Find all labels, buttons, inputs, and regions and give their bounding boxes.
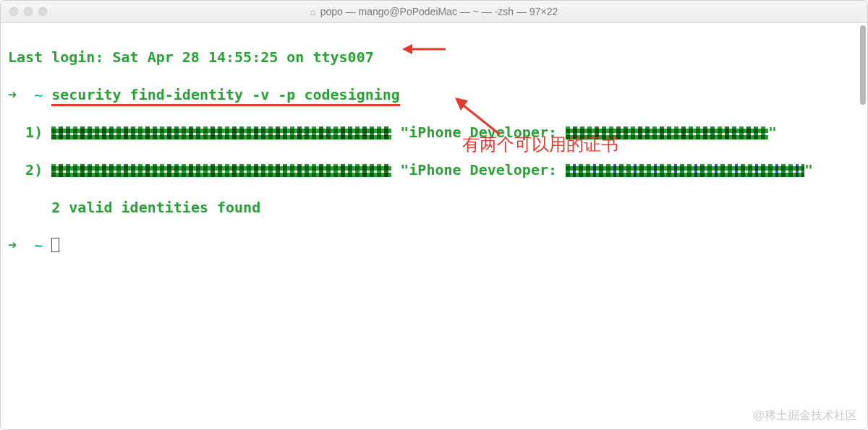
row-label-2: "iPhone Developer: <box>400 161 557 179</box>
watermark: @稀土掘金技术社区 <box>753 408 857 423</box>
row-tail-1: " <box>768 124 777 141</box>
home-icon: ⌂ <box>310 7 316 17</box>
command-text: security find-identity -v -p codesigning <box>51 86 400 106</box>
prompt-arrow-icon: ➜ <box>8 86 17 103</box>
prompt-line-2: ➜ ~ <box>8 236 860 254</box>
prompt-tilde: ~ <box>34 236 43 254</box>
redacted-name-1 <box>566 126 768 139</box>
terminal-window: ⌂ popo — mango@PoPodeiMac — ~ — -zsh — 9… <box>0 0 868 430</box>
redacted-hash-2 <box>51 164 391 177</box>
redacted-name-2 <box>566 164 804 177</box>
result-row-2: 2) "iPhone Developer: " <box>8 160 860 179</box>
terminal-body[interactable]: Last login: Sat Apr 28 14:55:25 on ttys0… <box>1 23 867 292</box>
prompt-arrow-icon: ➜ <box>8 236 17 254</box>
row-index-1: 1) <box>25 124 43 141</box>
close-icon[interactable] <box>9 7 18 16</box>
prompt-tilde: ~ <box>34 86 43 103</box>
prompt-line-1: ➜ ~ security find-identity -v -p codesig… <box>8 85 860 104</box>
summary-line: 2 valid identities found <box>8 198 860 217</box>
window-title-text: popo — mango@PoPodeiMac — ~ — -zsh — 97×… <box>320 6 558 17</box>
cursor <box>51 238 59 252</box>
scrollbar[interactable] <box>860 25 866 105</box>
last-login-line: Last login: Sat Apr 28 14:55:25 on ttys0… <box>8 48 860 66</box>
row-tail-2: " <box>804 161 813 179</box>
minimize-icon[interactable] <box>24 7 33 16</box>
window-controls <box>1 7 47 16</box>
result-row-1: 1) "iPhone Developer: " <box>8 123 860 142</box>
row-label-1: "iPhone Developer: <box>400 124 557 141</box>
titlebar[interactable]: ⌂ popo — mango@PoPodeiMac — ~ — -zsh — 9… <box>1 1 867 23</box>
window-title: ⌂ popo — mango@PoPodeiMac — ~ — -zsh — 9… <box>1 6 867 17</box>
redacted-hash-1 <box>51 126 391 139</box>
row-index-2: 2) <box>25 161 43 179</box>
summary-text: 2 valid identities found <box>51 199 260 216</box>
zoom-icon[interactable] <box>38 7 47 16</box>
